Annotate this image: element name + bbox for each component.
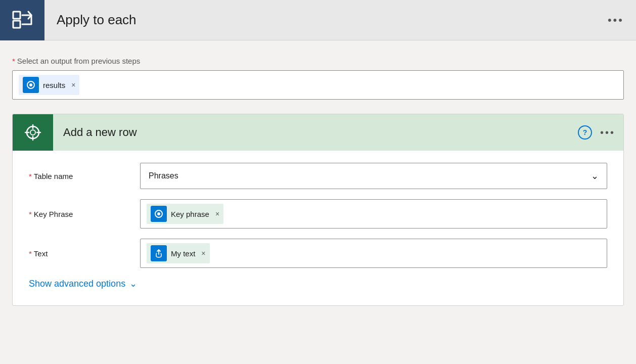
- my-text-token: My text ×: [147, 243, 210, 263]
- required-star: *: [12, 57, 15, 65]
- text-row: * Text M: [29, 239, 607, 268]
- key-phrase-label: * Key Phrase: [29, 210, 140, 218]
- advanced-options-label: Show advanced options: [29, 279, 125, 289]
- svg-rect-0: [13, 12, 20, 19]
- svg-point-3: [29, 83, 32, 86]
- my-text-token-close[interactable]: ×: [201, 249, 205, 257]
- results-token-text: results: [43, 81, 65, 89]
- text-label: * Text: [29, 249, 140, 258]
- output-section-label: *Select an output from previous steps: [12, 57, 624, 65]
- main-content: *Select an output from previous steps re…: [0, 40, 636, 318]
- page-title: Apply to each: [57, 12, 608, 28]
- text-token-box[interactable]: My text ×: [140, 239, 607, 268]
- output-input-box[interactable]: results ×: [12, 70, 624, 100]
- text-input[interactable]: My text ×: [140, 239, 607, 268]
- table-name-select[interactable]: Phrases ⌄: [140, 163, 607, 189]
- table-name-label: * Table name: [29, 172, 140, 180]
- action-card: Add a new row ? ••• * Table name Phrases…: [12, 114, 624, 306]
- show-advanced-options-button[interactable]: Show advanced options ⌄: [29, 278, 607, 289]
- key-phrase-token: Key phrase ×: [147, 204, 223, 224]
- page-container: Apply to each ••• *Select an output from…: [0, 0, 636, 364]
- apply-to-each-header: Apply to each •••: [0, 0, 636, 40]
- key-phrase-row: * Key Phrase: [29, 199, 607, 229]
- action-card-icon-box: [13, 114, 53, 151]
- header-icon-box: [0, 0, 44, 40]
- form-body: * Table name Phrases ⌄ * Key Phrase: [13, 151, 623, 305]
- table-name-chevron: ⌄: [591, 170, 599, 181]
- required-star-table: *: [29, 172, 32, 180]
- loop-icon: [11, 8, 33, 32]
- help-icon-button[interactable]: ?: [578, 125, 592, 140]
- key-phrase-token-icon: [151, 206, 167, 222]
- card-more-button[interactable]: •••: [600, 127, 615, 139]
- action-card-header: Add a new row ? •••: [13, 114, 623, 151]
- header-more-button[interactable]: •••: [608, 14, 624, 27]
- my-text-token-icon: [151, 245, 167, 261]
- svg-point-5: [30, 130, 35, 135]
- key-phrase-token-close[interactable]: ×: [215, 210, 219, 218]
- svg-rect-1: [13, 21, 20, 28]
- required-star-key: *: [29, 210, 32, 218]
- results-token-close[interactable]: ×: [71, 81, 75, 89]
- required-star-text: *: [29, 249, 32, 258]
- key-phrase-token-text: Key phrase: [171, 210, 209, 218]
- key-phrase-token-box[interactable]: Key phrase ×: [140, 199, 607, 229]
- action-card-title: Add a new row: [63, 126, 578, 139]
- table-name-value: Phrases: [149, 171, 591, 180]
- table-name-row: * Table name Phrases ⌄: [29, 163, 607, 189]
- results-token-icon: [23, 77, 39, 93]
- results-token: results ×: [19, 75, 79, 95]
- key-phrase-input[interactable]: Key phrase ×: [140, 199, 607, 229]
- table-name-input[interactable]: Phrases ⌄: [140, 163, 607, 189]
- svg-point-7: [157, 212, 160, 215]
- my-text-token-text: My text: [171, 249, 195, 258]
- advanced-options-chevron: ⌄: [129, 278, 137, 289]
